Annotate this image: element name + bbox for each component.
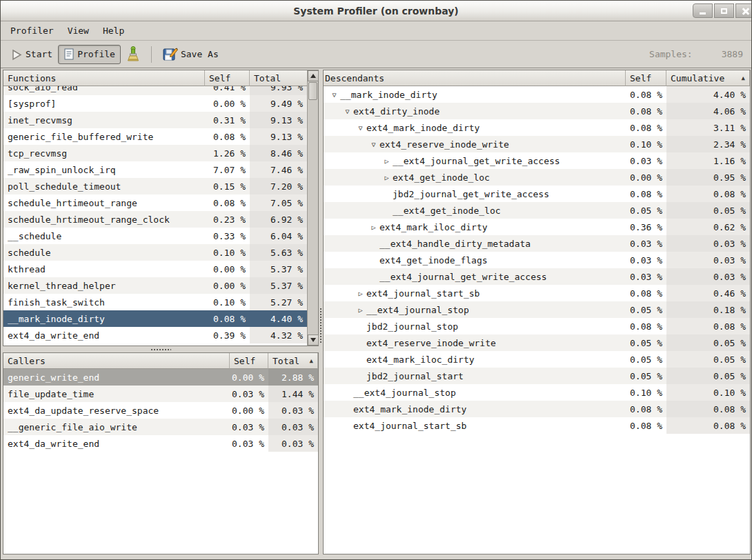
table-row[interactable]: ▽ext4_mark_inode_dirty0.08 %3.11 % [324,119,750,136]
self-value: 0.00 % [230,402,268,419]
table-row[interactable]: file_update_time0.03 %1.44 % [3,386,318,402]
maximize-icon [721,8,727,14]
functions-column-header[interactable]: Functions [3,70,205,86]
menu-view[interactable]: View [61,23,96,38]
table-row[interactable]: __ext4_get_inode_loc0.05 %0.05 % [324,202,750,219]
table-row[interactable]: ▽ext4_dirty_inode0.08 %4.06 % [324,103,750,119]
expander-open-icon[interactable]: ▽ [355,124,366,132]
expander-closed-icon[interactable]: ▷ [381,174,393,181]
table-row[interactable]: ext4_mark_iloc_dirty0.05 %0.05 % [324,351,750,368]
total-value: 1.44 % [268,386,318,402]
function-name: ext4_da_write_end [8,330,99,341]
total-value: 1.16 % [666,152,750,169]
function-name: schedule_hrtimeout_range_clock [8,214,170,225]
scroll-down-button[interactable] [308,334,319,346]
table-row[interactable]: generic_file_buffered_write0.08 %9.13 % [3,128,307,145]
table-row[interactable]: poll_schedule_timeout0.15 %7.20 % [3,178,307,194]
expander-closed-icon[interactable]: ▷ [355,306,366,314]
menu-profiler[interactable]: Profiler [3,23,61,38]
self-value: 0.00 % [205,277,250,294]
tree-indent [325,409,342,410]
expander-closed-icon[interactable]: ▷ [368,223,379,231]
minimize-button[interactable] [693,3,713,18]
table-row[interactable]: __schedule0.33 %6.04 % [3,228,307,244]
cumulative-column-header[interactable]: Cumulative▲ [666,70,750,86]
total-column-header[interactable]: Total▲ [268,353,318,369]
splitter-grip-icon [319,308,322,343]
table-row[interactable]: schedule_hrtimeout_range_clock0.23 %6.92… [3,211,307,228]
expander-closed-icon[interactable]: ▷ [355,290,366,297]
expander-closed-icon[interactable]: ▷ [381,157,393,165]
expander-open-icon[interactable]: ▽ [368,141,379,148]
table-row[interactable]: jbd2_journal_stop0.08 %0.08 % [324,318,750,334]
table-row[interactable]: __ext4_handle_dirty_metadata0.03 %0.03 % [324,235,750,252]
tree-indent [325,243,368,244]
table-row[interactable]: __mark_inode_dirty0.08 %4.40 % [3,310,307,327]
table-row[interactable]: ext4_da_write_end0.03 %0.03 % [3,435,318,452]
expander-open-icon[interactable]: ▽ [342,108,353,115]
self-value: 0.15 % [205,178,250,194]
table-row[interactable]: _raw_spin_unlock_irq7.07 %7.46 % [3,161,307,178]
self-column-header[interactable]: Self [205,70,250,86]
total-value: 5.37 % [250,277,307,294]
profile-toggle-button[interactable]: Profile [58,45,121,64]
maximize-button[interactable] [714,3,734,18]
samples-label: Samples: [649,49,693,59]
toolbar: Start Profile [1,41,751,68]
self-value: 0.00 % [205,95,250,112]
self-column-header[interactable]: Self [626,70,666,86]
table-row[interactable]: ▷__ext4_journal_get_write_access0.03 %1.… [324,152,750,169]
table-row[interactable]: schedule0.10 %5.63 % [3,244,307,261]
total-value: 0.03 % [268,402,318,419]
functions-scrollbar[interactable] [307,70,318,346]
table-row[interactable]: __ext4_journal_stop0.10 %0.10 % [324,384,750,401]
save-as-label: Save As [181,49,219,59]
table-row[interactable]: tcp_recvmsg1.26 %8.46 % [3,145,307,161]
table-row[interactable]: ext4_da_write_end0.39 %4.32 % [3,327,307,343]
menu-help[interactable]: Help [96,23,131,38]
save-as-button[interactable]: Save As [157,43,224,65]
table-row[interactable]: ▷ext4_get_inode_loc0.00 %0.95 % [324,169,750,186]
table-row[interactable]: ext4_reserve_inode_write0.05 %0.05 % [324,334,750,351]
callers-column-header[interactable]: Callers [3,353,230,369]
table-row[interactable]: finish_task_switch0.10 %5.27 % [3,294,307,310]
table-row[interactable]: __ext4_journal_get_write_access0.03 %0.0… [324,268,750,285]
table-row[interactable]: sock_aio_read0.41 %9.93 % [3,86,307,95]
function-name: inet_recvmsg [8,115,72,126]
total-value: 0.08 % [666,318,750,334]
table-row[interactable]: ext4_journal_start_sb0.08 %0.08 % [324,417,750,434]
table-row[interactable]: ▽ext4_reserve_inode_write0.10 %2.34 % [324,136,750,152]
scroll-up-button[interactable] [308,70,319,81]
table-row[interactable]: ext4_da_update_reserve_space0.00 %0.03 % [3,402,318,419]
table-row[interactable]: generic_write_end0.00 %2.88 % [3,369,318,386]
horizontal-pane-splitter[interactable] [3,346,319,352]
table-row[interactable]: jbd2_journal_get_write_access0.08 %0.08 … [324,186,750,202]
brush-button[interactable] [121,43,146,66]
table-row[interactable]: [sysprof]0.00 %9.49 % [3,95,307,112]
table-row[interactable]: kthread0.00 %5.37 % [3,261,307,277]
table-row[interactable]: ▷__ext4_journal_stop0.05 %0.18 % [324,301,750,318]
expander-open-icon[interactable]: ▽ [328,91,340,99]
callers-pane: Callers Self Total▲ generic_write_end0.0… [3,352,319,554]
function-name: ext4_dirty_inode [353,106,439,117]
table-row[interactable]: ext4_mark_inode_dirty0.08 %0.08 % [324,401,750,417]
table-row[interactable]: ext4_get_inode_flags0.03 %0.03 % [324,252,750,268]
close-button[interactable] [735,3,751,18]
table-row[interactable]: schedule_hrtimeout_range0.08 %7.05 % [3,194,307,211]
self-value: 0.08 % [626,86,666,103]
table-row[interactable]: ▷ext4_journal_start_sb0.08 %0.46 % [324,285,750,301]
table-row[interactable]: kernel_thread_helper0.00 %5.37 % [3,277,307,294]
total-value: 0.95 % [666,169,750,186]
self-column-header[interactable]: Self [230,353,268,369]
descendants-column-header[interactable]: Descendants [324,70,626,86]
table-row[interactable]: jbd2_journal_start0.05 %0.05 % [324,368,750,384]
total-value: 9.49 % [250,95,307,112]
self-value: 0.03 % [626,152,666,169]
start-button[interactable]: Start [5,45,58,64]
profile-label: Profile [77,49,115,59]
table-row[interactable]: inet_recvmsg0.31 %9.13 % [3,112,307,128]
table-row[interactable]: __generic_file_aio_write0.03 %0.03 % [3,419,318,435]
table-row[interactable]: ▽__mark_inode_dirty0.08 %4.40 % [324,86,750,103]
table-row[interactable]: ▷ext4_mark_iloc_dirty0.36 %0.62 % [324,219,750,235]
scrollbar-thumb[interactable] [308,82,317,100]
